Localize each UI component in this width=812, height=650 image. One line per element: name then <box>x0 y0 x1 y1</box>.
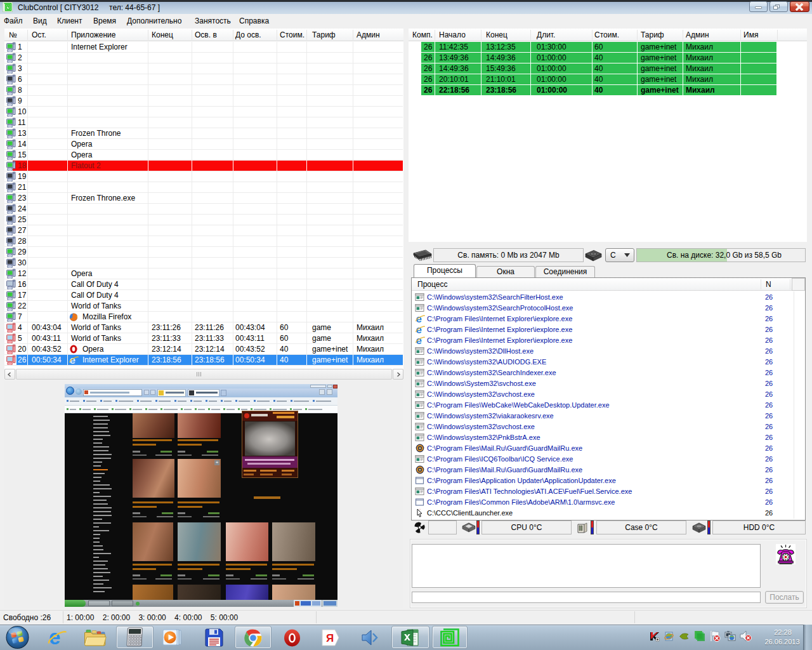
svg-text:e: e <box>49 627 60 647</box>
svg-text:Я: Я <box>326 632 334 644</box>
